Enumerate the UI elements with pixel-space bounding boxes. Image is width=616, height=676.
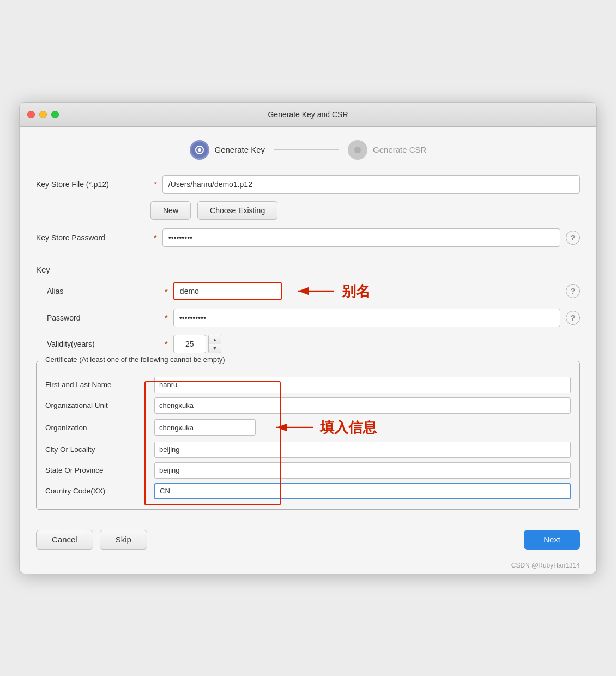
- cert-box-title: Certificate (At least one of the followi…: [42, 355, 228, 364]
- window-title: Generate Key and CSR: [268, 110, 348, 119]
- step-1: Generate Key: [190, 140, 265, 160]
- step-2: Generate CSR: [348, 140, 426, 160]
- key-section-title: Key: [36, 265, 580, 274]
- first-last-row: First and Last Name: [45, 377, 571, 393]
- first-last-label: First and Last Name: [45, 381, 154, 389]
- bottom-bar: Cancel Skip Next: [20, 521, 596, 559]
- minimize-button[interactable]: [39, 111, 47, 118]
- validity-row: Validity(years) * ▲ ▼: [47, 335, 580, 353]
- key-password-label: Password: [47, 313, 161, 322]
- alias-help-icon[interactable]: ?: [566, 284, 580, 298]
- key-section: Alias * 别名 ?: [36, 282, 580, 353]
- svg-point-1: [198, 148, 201, 152]
- keystore-file-row: Key Store File (*.p12) *: [36, 175, 580, 194]
- divider-1: [36, 257, 580, 257]
- city-row: City Or Locality: [45, 442, 571, 458]
- city-input[interactable]: [154, 442, 571, 458]
- choose-existing-button[interactable]: Choose Existing: [197, 201, 277, 220]
- step-connector: [274, 149, 339, 150]
- svg-point-2: [354, 147, 361, 153]
- close-button[interactable]: [27, 111, 35, 118]
- content-area: Generate Key Generate CSR Key Store File…: [20, 127, 596, 521]
- key-password-help-icon[interactable]: ?: [566, 311, 580, 325]
- titlebar: Generate Key and CSR: [20, 103, 596, 127]
- city-label: City Or Locality: [45, 445, 154, 454]
- validity-label: Validity(years): [47, 340, 161, 348]
- maximize-button[interactable]: [51, 111, 59, 118]
- alias-annotation-text: 别名: [342, 282, 370, 301]
- state-input[interactable]: [154, 462, 571, 479]
- alias-arrow-icon: [293, 283, 336, 299]
- skip-button[interactable]: Skip: [100, 530, 147, 550]
- fill-annotation-text: 填入信息: [320, 418, 377, 437]
- new-button[interactable]: New: [150, 201, 191, 220]
- keystore-required: *: [154, 179, 157, 189]
- validity-stepper[interactable]: ▲ ▼: [208, 335, 221, 353]
- keystore-buttons: New Choose Existing: [36, 201, 580, 220]
- validity-required: *: [165, 339, 168, 348]
- step-1-label: Generate Key: [215, 145, 265, 154]
- country-label: Country Code(XX): [45, 487, 154, 495]
- country-row: Country Code(XX): [45, 483, 571, 499]
- org-label: Organization: [45, 424, 154, 432]
- state-label: State Or Province: [45, 466, 154, 474]
- step-2-circle: [348, 140, 367, 160]
- bottom-left-buttons: Cancel Skip: [36, 530, 147, 550]
- alias-label: Alias: [47, 287, 161, 295]
- main-window: Generate Key and CSR Generate Key: [19, 102, 597, 574]
- step-1-circle: [190, 140, 209, 160]
- country-input[interactable]: [154, 483, 571, 499]
- org-unit-row: Organizational Unit: [45, 397, 571, 414]
- key-password-required: *: [165, 313, 168, 322]
- cancel-button[interactable]: Cancel: [36, 530, 93, 550]
- step-2-label: Generate CSR: [373, 145, 426, 154]
- validity-decrement[interactable]: ▼: [209, 344, 221, 353]
- org-unit-label: Organizational Unit: [45, 401, 154, 409]
- validity-input-wrap: ▲ ▼: [173, 335, 221, 353]
- alias-row: Alias * 别名 ?: [47, 282, 580, 301]
- key-password-input[interactable]: [173, 309, 560, 327]
- fill-arrow-icon: [272, 420, 316, 435]
- keystore-file-label: Key Store File (*.p12): [36, 180, 150, 189]
- keystore-file-input[interactable]: [162, 175, 580, 194]
- key-password-row: Password * ?: [47, 309, 580, 327]
- wizard-steps: Generate Key Generate CSR: [36, 140, 580, 160]
- org-unit-input[interactable]: [154, 397, 571, 414]
- first-last-input[interactable]: [154, 377, 571, 393]
- keystore-password-help-icon[interactable]: ?: [566, 231, 580, 245]
- password-required: *: [154, 233, 157, 242]
- fill-annotation: 填入信息: [272, 418, 571, 437]
- next-button[interactable]: Next: [524, 530, 580, 550]
- watermark: CSDN @RubyHan1314: [20, 559, 596, 574]
- keystore-password-label: Key Store Password: [36, 233, 150, 242]
- traffic-lights: [27, 111, 59, 118]
- org-input[interactable]: [154, 419, 256, 436]
- keystore-password-row: Key Store Password * ?: [36, 228, 580, 247]
- alias-required: *: [165, 287, 168, 296]
- alias-input[interactable]: [173, 282, 282, 300]
- cert-box: Certificate (At least one of the followi…: [36, 361, 580, 510]
- keystore-password-input[interactable]: [162, 228, 560, 247]
- cert-section: Certificate (At least one of the followi…: [36, 361, 580, 510]
- state-row: State Or Province: [45, 462, 571, 479]
- validity-input[interactable]: [173, 335, 206, 353]
- org-row: Organization 填入信息: [45, 418, 571, 437]
- validity-increment[interactable]: ▲: [209, 335, 221, 344]
